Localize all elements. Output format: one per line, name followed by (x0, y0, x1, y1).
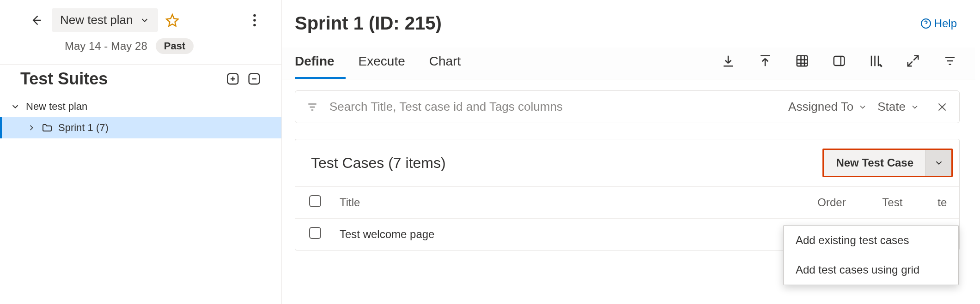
clear-filters-icon[interactable] (936, 101, 948, 113)
search-filter-bar: Assigned To State (295, 90, 960, 123)
tab-chart[interactable]: Chart (429, 48, 472, 79)
toolbar-icons (721, 54, 957, 72)
svg-point-2 (253, 24, 256, 26)
plan-status-badge: Past (156, 38, 194, 54)
svg-point-0 (253, 14, 256, 17)
main-header: Sprint 1 (ID: 215) Help (282, 0, 975, 34)
row-checkbox[interactable] (309, 227, 321, 239)
chevron-right-icon (27, 123, 36, 132)
column-options-icon[interactable] (869, 54, 883, 68)
filter-icon[interactable] (943, 54, 957, 68)
page-title: Sprint 1 (ID: 215) (295, 13, 920, 34)
tab-execute[interactable]: Execute (359, 48, 416, 79)
tree-root-label: New test plan (26, 101, 87, 113)
filter-assigned-to[interactable]: Assigned To (788, 100, 867, 114)
col-extra[interactable]: te (928, 187, 959, 219)
add-suite-icon[interactable] (226, 72, 240, 86)
search-input[interactable] (329, 99, 778, 114)
select-all-checkbox[interactable] (309, 195, 321, 207)
chevron-down-icon (10, 101, 20, 112)
test-plan-name: New test plan (60, 13, 133, 27)
svg-rect-6 (797, 56, 808, 66)
chevron-down-icon (910, 102, 919, 112)
collapse-suite-icon[interactable] (247, 72, 261, 86)
col-title[interactable]: Title (330, 187, 808, 219)
sidebar: New test plan May 14 - May 28 Past Test … (0, 0, 282, 304)
suites-tree: New test plan Sprint 1 (7) (0, 93, 281, 138)
side-panel-icon[interactable] (832, 54, 846, 68)
col-order[interactable]: Order (808, 187, 873, 219)
table-header-row: Title Order Test te (295, 187, 959, 219)
more-vertical-icon[interactable] (253, 14, 270, 27)
favorite-star-icon[interactable] (165, 13, 179, 27)
menu-add-existing[interactable]: Add existing test cases (784, 226, 958, 255)
chevron-down-icon (140, 15, 150, 25)
export-download-icon[interactable] (721, 54, 735, 68)
help-icon (920, 18, 931, 29)
grid-view-icon[interactable] (795, 54, 809, 68)
filter-state[interactable]: State (877, 100, 919, 114)
plan-date-range: May 14 - May 28 (65, 40, 147, 53)
cell-title: Test welcome page (330, 219, 808, 250)
tree-child-item[interactable]: Sprint 1 (7) (0, 117, 281, 138)
folder-icon (42, 122, 53, 133)
main-content: Sprint 1 (ID: 215) Help Define Execute C… (282, 0, 980, 304)
col-test[interactable]: Test (873, 187, 928, 219)
chevron-down-icon (858, 102, 867, 112)
menu-add-using-grid[interactable]: Add test cases using grid (784, 255, 958, 285)
test-suites-title: Test Suites (20, 69, 219, 89)
new-test-case-splitbutton[interactable]: New Test Case (822, 149, 953, 177)
new-test-case-label[interactable]: New Test Case (824, 150, 925, 176)
new-test-case-chevron[interactable] (925, 150, 951, 176)
tree-child-label: Sprint 1 (7) (58, 122, 109, 134)
tabs-row: Define Execute Chart (282, 48, 975, 79)
svg-rect-7 (834, 56, 845, 66)
chevron-down-icon (934, 158, 944, 168)
new-test-case-menu: Add existing test cases Add test cases u… (783, 225, 959, 285)
test-cases-title: Test Cases (7 items) (311, 155, 822, 172)
test-plan-selector[interactable]: New test plan (52, 8, 158, 32)
test-cases-header: Test Cases (7 items) New Test Case (295, 139, 959, 186)
fullscreen-icon[interactable] (906, 54, 920, 68)
plan-dates-row: May 14 - May 28 Past (0, 32, 281, 64)
help-link[interactable]: Help (920, 17, 957, 30)
plan-header: New test plan (0, 0, 281, 32)
import-upload-icon[interactable] (758, 54, 772, 68)
filter-lines-icon (306, 101, 318, 113)
back-arrow-icon[interactable] (28, 14, 44, 27)
tab-define[interactable]: Define (295, 48, 346, 79)
test-suites-header: Test Suites (0, 65, 281, 93)
svg-point-1 (253, 19, 256, 22)
tree-root-item[interactable]: New test plan (0, 96, 281, 117)
